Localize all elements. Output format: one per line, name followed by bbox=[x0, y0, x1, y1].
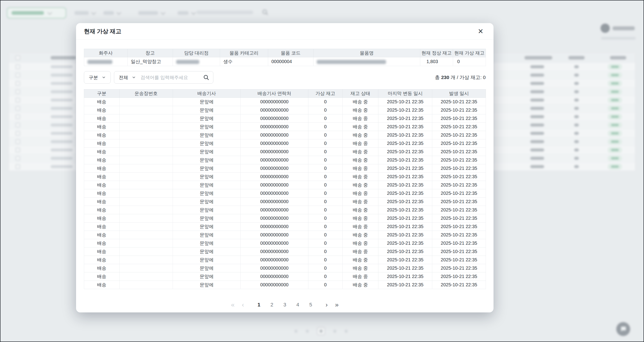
cell-driver: 문앞에 bbox=[173, 214, 241, 222]
cell-tracking bbox=[120, 248, 173, 256]
table-row: 배송문앞에000000000000배송 중2025-10-21 22:35202… bbox=[84, 189, 486, 198]
page-button-1[interactable]: 1 bbox=[254, 300, 264, 310]
cell-contact: 00000000000 bbox=[241, 106, 308, 114]
table-row: 배송문앞에000000000000배송 중2025-10-21 22:35202… bbox=[84, 272, 486, 281]
stock-col-header: 마지막 변동 일시 bbox=[378, 90, 432, 98]
page-button-2[interactable]: 2 bbox=[267, 300, 277, 310]
cell-tracking bbox=[120, 164, 173, 172]
last-page-icon[interactable]: » bbox=[332, 300, 342, 310]
cell-contact: 00000000000 bbox=[241, 164, 308, 172]
search-input[interactable] bbox=[140, 75, 203, 80]
virtual-stock-modal: 현재 가상 재고 × 화주사창고담당 대리점물품 카테고리물품 코드물품명현재 … bbox=[76, 23, 494, 312]
table-row: 배송문앞에000000000000배송 중2025-10-21 22:35202… bbox=[84, 181, 486, 189]
cell-contact: 00000000000 bbox=[241, 139, 308, 148]
pagination: « ‹ 12345 › » bbox=[84, 300, 486, 310]
table-row: 배송문앞에000000000000배송 중2025-10-21 22:35202… bbox=[84, 206, 486, 214]
cell-stock: 0 bbox=[308, 264, 342, 272]
cell-status: 배송 중 bbox=[342, 264, 378, 272]
cell-stock: 0 bbox=[308, 231, 342, 239]
cell-status: 배송 중 bbox=[342, 164, 378, 172]
cell-changed: 2025-10-21 22:35 bbox=[378, 156, 432, 164]
summary-col-header: 물품 코드 bbox=[268, 49, 314, 57]
cell-stock: 0 bbox=[308, 256, 342, 264]
cell-stock: 0 bbox=[308, 248, 342, 256]
table-row: 배송문앞에000000000000배송 중2025-10-21 22:35202… bbox=[84, 239, 486, 248]
cell-tracking bbox=[120, 106, 173, 114]
cell-contact: 00000000000 bbox=[241, 148, 308, 156]
prev-page-icon[interactable]: ‹ bbox=[238, 300, 248, 310]
cell-tracking bbox=[120, 256, 173, 264]
cell-driver: 문앞에 bbox=[173, 114, 241, 123]
cell-driver: 문앞에 bbox=[173, 172, 241, 181]
cell-occurred: 2025-10-21 22:35 bbox=[432, 281, 486, 289]
stock-col-header: 가상 재고 bbox=[308, 90, 342, 98]
cell-occurred: 2025-10-21 22:35 bbox=[432, 214, 486, 222]
type-filter-dropdown[interactable]: 구분 bbox=[84, 71, 111, 84]
cell-status: 배송 중 bbox=[342, 256, 378, 264]
total-count-label: 총 230 개 / 가상 재고: 0 bbox=[435, 74, 486, 81]
page-button-3[interactable]: 3 bbox=[280, 300, 290, 310]
summary-col-header: 현재 정상 재고 bbox=[420, 49, 453, 57]
filter-row: 구분 전체 bbox=[84, 71, 486, 84]
table-row: 배송문앞에000000000000배송 중2025-10-21 22:35202… bbox=[84, 114, 486, 123]
cell-stock: 0 bbox=[308, 148, 342, 156]
cell-contact: 00000000000 bbox=[241, 189, 308, 198]
cell-contact: 00000000000 bbox=[241, 123, 308, 131]
search-group: 전체 bbox=[114, 71, 213, 84]
cell-occurred: 2025-10-21 22:35 bbox=[432, 239, 486, 248]
table-row: 배송문앞에000000000000배송 중2025-10-21 22:35202… bbox=[84, 264, 486, 272]
search-icon[interactable] bbox=[203, 74, 210, 81]
cell-occurred: 2025-10-21 22:35 bbox=[432, 156, 486, 164]
cell-occurred: 2025-10-21 22:35 bbox=[432, 198, 486, 206]
table-row: 배송문앞에000000000000배송 중2025-10-21 22:35202… bbox=[84, 148, 486, 156]
cell-type: 배송 bbox=[84, 131, 120, 139]
cell-driver: 문앞에 bbox=[173, 198, 241, 206]
cell-occurred: 2025-10-21 22:35 bbox=[432, 98, 486, 106]
cell-driver: 문앞에 bbox=[173, 181, 241, 189]
cell-occurred: 2025-10-21 22:35 bbox=[432, 231, 486, 239]
next-page-icon[interactable]: › bbox=[322, 300, 332, 310]
cell-occurred: 2025-10-21 22:35 bbox=[432, 139, 486, 148]
cell-driver: 문앞에 bbox=[173, 106, 241, 114]
cell-occurred: 2025-10-21 22:35 bbox=[432, 181, 486, 189]
cell-stock: 0 bbox=[308, 172, 342, 181]
cell-contact: 00000000000 bbox=[241, 172, 308, 181]
table-row: 배송문앞에000000000000배송 중2025-10-21 22:35202… bbox=[84, 139, 486, 148]
cell-type: 배송 bbox=[84, 239, 120, 248]
type-filter-label: 구분 bbox=[89, 74, 98, 81]
pagination-pages: 12345 bbox=[254, 300, 316, 310]
cell-contact: 00000000000 bbox=[241, 214, 308, 222]
cell-type: 배송 bbox=[84, 256, 120, 264]
page-button-4[interactable]: 4 bbox=[293, 300, 302, 310]
cell-type: 배송 bbox=[84, 172, 120, 181]
cell-shipper bbox=[84, 57, 128, 66]
cell-status: 배송 중 bbox=[342, 156, 378, 164]
cell-contact: 00000000000 bbox=[241, 206, 308, 214]
cell-type: 배송 bbox=[84, 248, 120, 256]
cell-changed: 2025-10-21 22:35 bbox=[378, 139, 432, 148]
cell-occurred: 2025-10-21 22:35 bbox=[432, 164, 486, 172]
cell-changed: 2025-10-21 22:35 bbox=[378, 231, 432, 239]
cell-driver: 문앞에 bbox=[173, 131, 241, 139]
cell-stock: 0 bbox=[308, 214, 342, 222]
cell-occurred: 2025-10-21 22:35 bbox=[432, 256, 486, 264]
cell-driver: 문앞에 bbox=[173, 123, 241, 131]
cell-stock: 0 bbox=[308, 123, 342, 131]
page-button-5[interactable]: 5 bbox=[306, 300, 316, 310]
cell-changed: 2025-10-21 22:35 bbox=[378, 198, 432, 206]
cell-driver: 문앞에 bbox=[173, 139, 241, 148]
cell-changed: 2025-10-21 22:35 bbox=[378, 264, 432, 272]
close-icon[interactable]: × bbox=[476, 26, 486, 36]
cell-type: 배송 bbox=[84, 189, 120, 198]
cell-occurred: 2025-10-21 22:35 bbox=[432, 106, 486, 114]
cell-contact: 00000000000 bbox=[241, 256, 308, 264]
scope-filter-dropdown[interactable]: 전체 bbox=[114, 71, 140, 84]
cell-type: 배송 bbox=[84, 98, 120, 106]
cell-status: 배송 중 bbox=[342, 172, 378, 181]
stock-col-header: 구분 bbox=[84, 90, 120, 98]
first-page-icon[interactable]: « bbox=[228, 300, 238, 310]
modal-body: 화주사창고담당 대리점물품 카테고리물품 코드물품명현재 정상 재고현재 가상 … bbox=[76, 40, 494, 312]
cell-type: 배송 bbox=[84, 148, 120, 156]
scope-filter-label: 전체 bbox=[119, 74, 128, 81]
cell-status: 배송 중 bbox=[342, 281, 378, 289]
